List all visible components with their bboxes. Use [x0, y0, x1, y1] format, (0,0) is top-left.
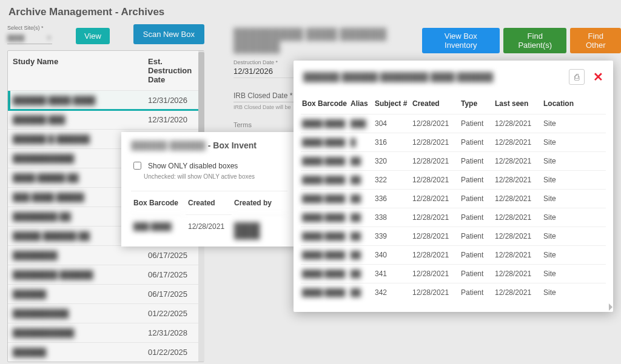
col-created-by[interactable]: Created by [232, 191, 287, 214]
pm-subject: 338 [374, 208, 409, 227]
page-title: Archive Management - Archives [0, 0, 621, 22]
col-created[interactable]: Created [186, 191, 232, 214]
study-date-cell: 01/22/2025 [143, 343, 204, 362]
pm-barcode: ████ ████ [301, 265, 347, 283]
pm-col-location[interactable]: Location [542, 93, 576, 114]
pm-location: Site [542, 190, 576, 208]
study-name-cell: ██████ ███ [8, 110, 143, 129]
site-selector-group: Select Site(s) * ████ ▼ [7, 25, 52, 44]
pm-barcode: ████ ████ [301, 283, 347, 302]
pm-barcode: ████ ████ [301, 171, 347, 189]
study-date-cell: 06/17/2025 [143, 265, 204, 284]
col-est-destruction-date[interactable]: Est. Destruction Date [143, 51, 204, 90]
pm-type: Patient [460, 283, 491, 302]
pm-location: Site [542, 171, 576, 189]
patient-row[interactable]: ████ ██████32212/28/2021Patient12/28/202… [301, 170, 606, 189]
pm-subject: 339 [374, 227, 409, 245]
pm-subject: 342 [374, 283, 409, 302]
view-button[interactable]: View [76, 28, 110, 44]
pm-alias: ██ [349, 171, 371, 189]
study-date-cell: 06/17/2025 [143, 285, 204, 303]
resize-handle[interactable]: ◢ [604, 302, 613, 311]
pm-created: 12/28/2021 [411, 152, 457, 170]
pm-created: 12/28/2021 [411, 190, 457, 208]
destruction-date-input[interactable]: 12/31/2026 [233, 65, 294, 78]
patient-row[interactable]: ████ ███████30412/28/2021Patient12/28/20… [301, 114, 606, 133]
print-icon: ⎙ [574, 72, 579, 82]
pm-type: Patient [460, 133, 491, 151]
pm-last_seen: 12/28/2021 [494, 152, 540, 170]
pm-type: Patient [460, 171, 491, 189]
pm-alias: █ [349, 133, 371, 151]
pm-alias: ██ [349, 246, 371, 264]
close-icon: ✕ [593, 70, 603, 84]
study-name-cell: ██████ [8, 285, 143, 303]
patient-row[interactable]: ████ ██████33612/28/2021Patient12/28/202… [301, 189, 606, 208]
pm-alias: ██ [349, 227, 371, 245]
col-box-barcode[interactable]: Box Barcode [131, 191, 186, 214]
pm-created: 12/28/2021 [411, 171, 457, 189]
pm-subject: 320 [374, 152, 409, 170]
patient-row[interactable]: ████ ██████33912/28/2021Patient12/28/202… [301, 227, 606, 245]
pm-created: 12/28/2021 [411, 265, 457, 283]
find-patients-button[interactable]: Find Patient(s) [503, 28, 566, 53]
selected-study-title: █████████ ████ ██████ ██████ [233, 28, 422, 53]
pm-col-subject[interactable]: Subject # [374, 93, 409, 114]
patient-row[interactable]: ████ ██████34112/28/2021Patient12/28/202… [301, 264, 606, 283]
study-row[interactable]: ██████01/22/2025 [8, 342, 204, 362]
patient-modal-title: ██████ ██████ ████████ ████ ██████ [303, 72, 493, 82]
pm-created: 12/28/2021 [411, 283, 457, 302]
view-box-inventory-button[interactable]: View Box Inventory [422, 28, 500, 53]
study-date-cell: 12/31/2026 [143, 91, 204, 110]
pm-location: Site [542, 114, 576, 133]
pm-col-lastseen[interactable]: Last seen [494, 93, 540, 114]
pm-col-alias[interactable]: Alias [349, 93, 371, 114]
inventory-row[interactable]: ███ ████12/28/2021█████ █████ [131, 214, 287, 247]
pm-alias: ██ [349, 190, 371, 208]
pm-last_seen: 12/28/2021 [494, 171, 540, 189]
pm-col-type[interactable]: Type [460, 93, 491, 114]
pm-type: Patient [460, 152, 491, 170]
show-disabled-label: Show ONLY disabled boxes [148, 162, 238, 170]
study-row[interactable]: ██████ ████ ████12/31/2026 [8, 90, 204, 110]
pm-created: 12/28/2021 [411, 246, 457, 264]
patient-detail-modal: ██████ ██████ ████████ ████ ██████ ⎙ ✕ B… [294, 61, 613, 312]
pm-col-created[interactable]: Created [411, 93, 457, 114]
study-row[interactable]: ██████06/17/2025 [8, 284, 204, 303]
study-row[interactable]: ██████████01/22/2025 [8, 303, 204, 323]
pm-type: Patient [460, 246, 491, 264]
patient-row[interactable]: ████ ██████34012/28/2021Patient12/28/202… [301, 245, 606, 264]
pm-subject: 316 [374, 133, 409, 151]
study-name-cell: ██████████ [8, 304, 143, 323]
site-select[interactable]: ████ ▼ [7, 32, 52, 44]
study-date-cell: 06/17/2025 [143, 246, 204, 265]
show-disabled-hint: Unchecked: will show ONLY active boxes [144, 173, 287, 180]
close-button[interactable]: ✕ [593, 70, 603, 84]
site-select-value: ████ [7, 35, 24, 41]
pm-last_seen: 12/28/2021 [494, 114, 540, 133]
study-row[interactable]: ███████████12/31/2028 [8, 323, 204, 342]
study-row[interactable]: ████████ ██████06/17/2025 [8, 265, 204, 284]
show-disabled-checkbox[interactable] [133, 162, 141, 170]
pm-col-barcode[interactable]: Box Barcode [301, 93, 347, 114]
pm-last_seen: 12/28/2021 [494, 283, 540, 302]
pm-type: Patient [460, 265, 491, 283]
patient-row[interactable]: ████ ██████33812/28/2021Patient12/28/202… [301, 208, 606, 227]
scan-new-box-button[interactable]: Scan New Box [133, 24, 204, 44]
pm-subject: 322 [374, 171, 409, 189]
inv-barcode: ███ ████ [131, 214, 186, 247]
patient-row[interactable]: ████ ██████32012/28/2021Patient12/28/202… [301, 151, 606, 170]
study-row[interactable]: ██████ ███12/31/2020 [8, 110, 204, 129]
pm-location: Site [542, 283, 576, 302]
patient-row[interactable]: ████ █████31612/28/2021Patient12/28/2021… [301, 133, 606, 151]
patient-row[interactable]: ████ ██████34212/28/2021Patient12/28/202… [301, 283, 606, 302]
print-button[interactable]: ⎙ [569, 69, 585, 85]
pm-barcode: ████ ████ [301, 114, 347, 133]
site-selector-label: Select Site(s) * [7, 25, 52, 31]
study-row[interactable]: ████████06/17/2025 [8, 245, 204, 265]
study-name-cell: ███████████ [8, 323, 143, 342]
col-study-name[interactable]: Study Name [8, 51, 143, 90]
chevron-down-icon: ▼ [46, 35, 52, 41]
find-other-button[interactable]: Find Other [570, 28, 621, 53]
pm-last_seen: 12/28/2021 [494, 246, 540, 264]
